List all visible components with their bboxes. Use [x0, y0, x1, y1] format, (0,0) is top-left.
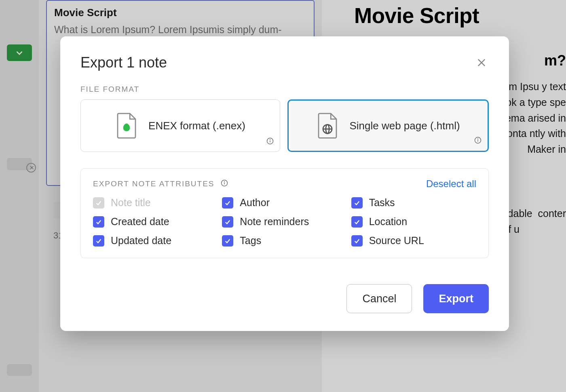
info-button[interactable] [474, 136, 482, 146]
file-icon [316, 112, 339, 139]
attr-label: Tags [240, 235, 261, 247]
attr-label: Author [240, 197, 270, 209]
info-icon [266, 137, 274, 145]
svg-point-10 [478, 139, 478, 139]
close-button[interactable] [474, 55, 489, 70]
attr-label: Note title [111, 197, 151, 209]
checkbox-source-url[interactable] [351, 235, 363, 247]
checkbox-note-title [93, 197, 104, 209]
deselect-all-link[interactable]: Deselect all [426, 178, 476, 190]
format-option-html[interactable]: Single web page (.html) [287, 99, 489, 152]
attr-created-date: Created date [93, 216, 218, 228]
svg-point-4 [270, 139, 270, 140]
info-icon [474, 136, 482, 144]
attributes-panel: EXPORT NOTE ATTRIBUTES Deselect all Note… [80, 168, 489, 258]
close-icon [476, 57, 487, 68]
file-icon [115, 112, 138, 139]
info-icon [220, 179, 228, 187]
export-button[interactable]: Export [423, 284, 489, 313]
attr-label: Source URL [369, 235, 424, 247]
attr-label: Location [369, 216, 408, 228]
checkbox-location[interactable] [351, 216, 363, 228]
info-button[interactable] [266, 137, 274, 147]
checkbox-updated-date[interactable] [93, 235, 104, 247]
attr-note-reminders: Note reminders [222, 216, 347, 228]
attr-label: Note reminders [240, 216, 309, 228]
file-format-label: FILE FORMAT [80, 85, 489, 94]
checkbox-tasks[interactable] [351, 197, 363, 209]
export-modal: Export 1 note FILE FORMAT ENEX format (.… [60, 36, 509, 331]
attr-label: Created date [111, 216, 169, 228]
checkbox-created-date[interactable] [93, 216, 104, 228]
attr-tasks: Tasks [351, 197, 476, 209]
format-option-label: Single web page (.html) [349, 120, 460, 132]
attr-note-title: Note title [93, 197, 218, 209]
modal-title: Export 1 note [80, 54, 167, 71]
attr-label: Updated date [111, 235, 171, 247]
attr-label: Tasks [369, 197, 395, 209]
format-option-label: ENEX format (.enex) [148, 120, 245, 132]
attributes-label: EXPORT NOTE ATTRIBUTES [93, 179, 215, 188]
attr-location: Location [351, 216, 476, 228]
attr-tags: Tags [222, 235, 347, 247]
checkbox-author[interactable] [222, 197, 233, 209]
format-option-enex[interactable]: ENEX format (.enex) [80, 99, 280, 152]
svg-point-13 [224, 181, 224, 182]
info-button[interactable] [220, 179, 228, 189]
attr-source-url: Source URL [351, 235, 476, 247]
attr-updated-date: Updated date [93, 235, 218, 247]
cancel-button[interactable]: Cancel [346, 284, 412, 313]
attr-author: Author [222, 197, 347, 209]
checkbox-tags[interactable] [222, 235, 233, 247]
checkbox-note-reminders[interactable] [222, 216, 233, 228]
